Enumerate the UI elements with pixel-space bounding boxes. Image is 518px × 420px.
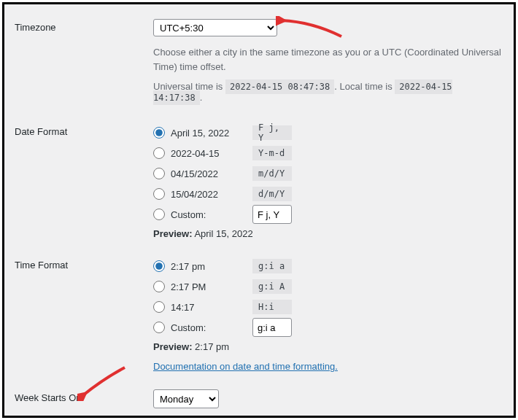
timezone-help-text: Choose either a city in the same timezon…	[153, 45, 506, 74]
date-custom-input[interactable]	[252, 205, 292, 224]
date-option-row: 2022-04-15 Y-m-d	[153, 144, 506, 163]
date-option-code-3: d/m/Y	[252, 187, 292, 201]
date-option-display-1: 2022-04-15	[171, 148, 252, 159]
date-option-code-0: F j, Y	[252, 125, 292, 140]
date-option-row: April 15, 2022 F j, Y	[153, 123, 506, 142]
timezone-label: Timezone	[15, 12, 153, 116]
universal-time-value: 2022-04-15 08:47:38	[225, 79, 334, 94]
time-option-code-1: g:i A	[252, 279, 292, 294]
time-option-code-0: g:i a	[252, 259, 292, 273]
date-custom-label: Custom:	[171, 209, 252, 220]
date-option-radio-0[interactable]	[153, 127, 165, 139]
date-option-radio-3[interactable]	[153, 188, 165, 200]
date-custom-row: Custom:	[153, 205, 506, 224]
date-format-label: Date Format	[15, 116, 153, 249]
time-format-label: Time Format	[15, 249, 153, 382]
date-option-row: 15/04/2022 d/m/Y	[153, 184, 506, 203]
time-option-display-0: 2:17 pm	[171, 261, 252, 272]
date-option-radio-2[interactable]	[153, 168, 165, 179]
time-option-radio-1[interactable]	[153, 281, 165, 292]
time-option-display-2: 14:17	[171, 302, 252, 313]
time-custom-input[interactable]	[252, 318, 292, 337]
time-option-display-1: 2:17 PM	[171, 281, 252, 292]
week-starts-label: Week Starts On	[15, 382, 153, 419]
date-preview: Preview: April 15, 2022	[153, 228, 506, 239]
doc-link[interactable]: Documentation on date and time formattin…	[153, 361, 338, 372]
time-option-row: 2:17 pm g:i a	[153, 257, 506, 276]
timezone-times: Universal time is 2022-04-15 08:47:38. L…	[153, 81, 506, 103]
date-option-code-2: m/d/Y	[252, 166, 292, 181]
time-option-row: 14:17 H:i	[153, 298, 506, 316]
date-custom-radio[interactable]	[153, 209, 165, 220]
timezone-select[interactable]: UTC+5:30	[153, 19, 277, 36]
time-custom-radio[interactable]	[153, 322, 165, 333]
week-starts-select[interactable]: Monday	[153, 389, 219, 408]
date-option-display-2: 04/15/2022	[171, 168, 252, 179]
date-option-code-1: Y-m-d	[252, 146, 292, 160]
date-option-display-3: 15/04/2022	[171, 189, 252, 200]
time-custom-label: Custom:	[171, 322, 252, 333]
time-option-radio-2[interactable]	[153, 301, 165, 313]
time-option-code-2: H:i	[252, 300, 292, 314]
time-option-row: 2:17 PM g:i A	[153, 277, 506, 296]
time-custom-row: Custom:	[153, 318, 506, 337]
date-option-display-0: April 15, 2022	[171, 128, 252, 139]
date-option-radio-1[interactable]	[153, 147, 165, 159]
time-preview: Preview: 2:17 pm	[153, 341, 506, 352]
time-option-radio-0[interactable]	[153, 260, 165, 272]
date-option-row: 04/15/2022 m/d/Y	[153, 164, 506, 183]
